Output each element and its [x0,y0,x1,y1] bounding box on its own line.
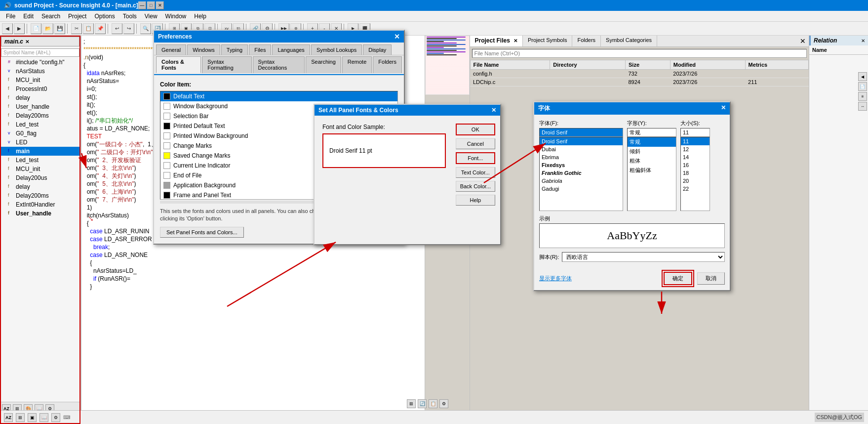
toolbar-paste[interactable]: 📌 [95,23,106,34]
col-directory[interactable]: Directory [550,60,626,70]
file-tab-close-btn[interactable]: ✕ [25,39,29,44]
font-list-item-gadugi[interactable]: Gadugi [540,185,623,193]
edge-btn-4[interactable]: ↔ [858,102,867,111]
close-button[interactable]: ✕ [156,1,164,9]
style-item-regular[interactable]: 常规 [628,137,676,147]
font-list-item-franklin[interactable]: Franklin Gothic [540,169,623,177]
list-item[interactable]: fMCU_init [0,165,80,173]
font-name-input[interactable] [539,128,623,137]
table-row[interactable]: LDChip.c 8924 2023/7/26 211 [470,78,809,86]
size-item-22[interactable]: 22 [681,185,710,193]
toolbar-redo[interactable]: ↪ [123,23,134,34]
panel-close-btn[interactable]: ✕ [797,36,809,46]
color-item[interactable]: Default Text [160,91,397,101]
more-fonts-link[interactable]: 显示更多字体 [539,275,659,282]
set-panel-fonts-btn[interactable]: Set Panel Fonts and Colors... [160,227,244,238]
list-item[interactable]: fExtInt0Handler [0,200,80,209]
col-filename[interactable]: File Name [470,60,550,70]
list-item[interactable]: fdelay [0,93,80,102]
tab-windows[interactable]: Windows [187,44,220,55]
toolbar-back[interactable]: ◀ [2,23,13,34]
col-modified[interactable]: Modified [670,60,745,70]
file-search-input[interactable] [472,49,807,58]
menu-search[interactable]: Search [38,12,64,21]
toolbar-forward[interactable]: ▶ [14,23,25,34]
tab-files[interactable]: Files [249,44,271,55]
menu-edit[interactable]: Edit [19,12,38,21]
menu-options[interactable]: Options [90,12,118,21]
panel-help-btn[interactable]: Help [456,195,495,206]
file-tab[interactable]: main.c ✕ [1,37,79,46]
font-script-select[interactable]: 西欧语言 [562,252,725,262]
edge-btn-1[interactable]: ◀ [858,72,867,81]
panel-ok-btn[interactable]: OK [456,124,495,135]
size-item-12[interactable]: 12 [681,145,710,153]
relation-close-btn[interactable]: ✕ [861,38,865,43]
list-item-main[interactable]: fmain [0,147,80,156]
list-item[interactable]: fMCU_init [0,76,80,85]
minimize-button[interactable]: — [138,1,146,9]
preferences-close-btn[interactable]: ✕ [394,33,400,41]
style-item-bold-italic[interactable]: 粗偏斜体 [628,166,676,175]
font-cancel-btn[interactable]: 取消 [697,272,725,285]
toolbar-search[interactable]: 🔍 [140,23,151,34]
maximize-button[interactable]: □ [147,1,155,9]
list-item[interactable]: fDelay200ms [0,111,80,120]
tab-typing[interactable]: Typing [221,44,248,55]
font-style-input[interactable] [627,128,676,137]
menu-window[interactable]: Window [161,12,191,21]
list-item[interactable]: fLed_test [0,120,80,129]
panel-font-btn[interactable]: Font... [456,152,495,164]
set-panel-close-btn[interactable]: ✕ [491,107,496,114]
size-item-14[interactable]: 14 [681,153,710,161]
tab-symbol-categories[interactable]: Symbol Categories [601,36,657,46]
panel-cancel-btn[interactable]: Cancel [456,138,495,149]
font-ok-btn[interactable]: 确定 [664,272,692,285]
tab-close-icon[interactable]: ✕ [513,38,517,43]
menu-tools[interactable]: Tools [119,12,141,21]
list-item[interactable]: ##include "config.h" [0,58,80,67]
tab-display[interactable]: Display [363,44,392,55]
tab-searching[interactable]: Searching [306,56,341,73]
tab-syntax-decorations[interactable]: Syntax Decorations [253,56,305,73]
size-item-16[interactable]: 16 [681,161,710,169]
size-item-11[interactable]: 11 [681,137,710,145]
menu-help[interactable]: Help [190,12,210,21]
status-gear-icon[interactable]: ⚙ [51,413,60,422]
status-az-icon[interactable]: AZ [4,413,13,422]
symbol-search-input[interactable]: Symbol Name (Alt+L) [1,48,79,57]
toolbar-new[interactable]: 📄 [31,23,41,34]
font-dialog-close-btn[interactable]: ✕ [721,104,726,113]
proj-icon-1[interactable]: ⊞ [407,399,416,408]
panel-back-color-btn[interactable]: Back Color... [456,181,495,192]
list-item[interactable]: vLED [0,138,80,147]
menu-file[interactable]: File [2,12,19,21]
tab-general[interactable]: General [156,44,186,55]
list-item[interactable]: vG0_flag [0,129,80,138]
tab-project-files[interactable]: Project Files ✕ [470,36,523,46]
list-item[interactable]: fDelay200ms [0,191,80,200]
font-list-item-fixedsys[interactable]: Fixedsys [540,161,623,169]
proj-icon-3[interactable]: 📋 [429,399,437,408]
list-item[interactable]: fDelay200us [0,173,80,182]
tab-project-symbols[interactable]: Project Symbols [523,36,572,46]
menu-project[interactable]: Project [64,12,90,21]
list-item[interactable]: fLed_test [0,156,80,165]
toolbar-cut[interactable]: ✂ [71,23,82,34]
toolbar-open[interactable]: 📂 [42,23,53,34]
list-item[interactable]: fProcessInt0 [0,85,80,93]
tab-colors-fonts[interactable]: Colors & Fonts [156,56,201,73]
status-box-icon[interactable]: ▣ [28,413,37,422]
size-item-18[interactable]: 18 [681,169,710,177]
font-list-item-ebrima[interactable]: Ebrima [540,153,623,161]
list-item[interactable]: fUser_handle [0,102,80,111]
list-item[interactable]: fUser_handle [0,209,80,218]
list-item[interactable]: fdelay [0,182,80,191]
tab-languages[interactable]: Languages [272,44,310,55]
style-item-italic[interactable]: 倾斜 [628,147,676,156]
font-list-item-droid-serif[interactable]: Droid Serif [540,137,623,145]
style-item-bold[interactable]: 粗体 [628,156,676,166]
edge-btn-3[interactable]: ≡ [858,92,867,101]
toolbar-copy[interactable]: 📋 [83,23,94,34]
col-size[interactable]: Size [625,60,670,70]
